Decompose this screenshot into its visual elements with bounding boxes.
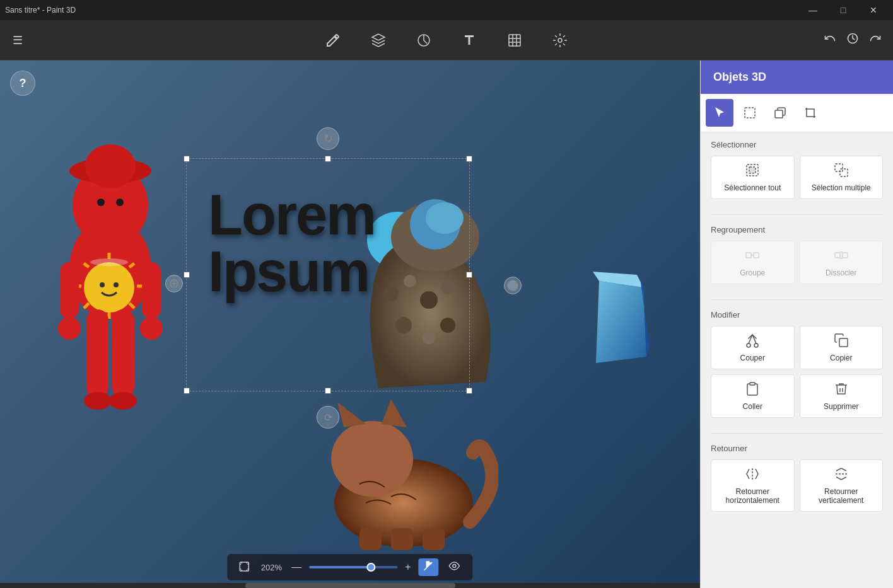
object-handle-left[interactable]: [165, 275, 183, 292]
copy-stamp-button[interactable]: [766, 99, 794, 127]
zoom-slider[interactable]: [309, 566, 397, 568]
help-button[interactable]: ?: [10, 71, 35, 96]
flip-h-button[interactable]: Retourner horizontalement: [711, 459, 795, 512]
undo-button[interactable]: [820, 28, 840, 52]
flip-v-button[interactable]: Retourner verticalement: [800, 459, 884, 512]
paste-button[interactable]: Coller: [711, 374, 795, 418]
main-toolbar: ☰: [0, 20, 893, 61]
minimize-button[interactable]: —: [798, 0, 827, 20]
canvas-button[interactable]: [502, 28, 527, 53]
scrollbar-thumb[interactable]: [245, 583, 455, 588]
svg-point-26: [84, 392, 112, 410]
svg-point-2: [558, 38, 562, 42]
svg-point-40: [395, 317, 412, 333]
svg-rect-56: [775, 110, 783, 118]
flip-h-icon: [745, 466, 760, 485]
fit-canvas-button[interactable]: [235, 560, 254, 575]
select-box-tool-button[interactable]: [736, 99, 764, 127]
svg-point-43: [410, 199, 460, 250]
delete-button[interactable]: Supprimer: [800, 374, 884, 418]
svg-rect-67: [839, 338, 848, 347]
selection-handle-bc[interactable]: [325, 388, 331, 394]
select-all-button[interactable]: Sélectionner tout: [711, 156, 795, 199]
stickers-button[interactable]: [411, 28, 436, 53]
zoom-value: 202%: [259, 563, 284, 572]
svg-rect-24: [86, 309, 108, 398]
svg-rect-63: [835, 253, 840, 258]
selection-handle-mr[interactable]: [466, 272, 472, 278]
selection-handle-tc[interactable]: [325, 156, 331, 162]
menu-button[interactable]: ☰: [8, 28, 28, 52]
divider-1: [711, 214, 883, 215]
svg-point-28: [97, 199, 105, 206]
toolbar-right: [820, 28, 885, 52]
selection-handle-tr[interactable]: [466, 156, 472, 162]
svg-rect-64: [843, 253, 848, 258]
svg-point-44: [426, 202, 464, 234]
rotate-handle[interactable]: ↻: [317, 127, 339, 150]
multi-select-button[interactable]: Sélection multiple: [800, 156, 884, 199]
svg-marker-49: [382, 399, 407, 427]
zoom-minus-button[interactable]: —: [289, 560, 304, 574]
3d-shapes-button[interactable]: [366, 28, 391, 53]
selection-handle-ml[interactable]: [184, 272, 190, 278]
svg-point-30: [90, 258, 128, 266]
svg-rect-53: [240, 562, 248, 571]
svg-point-31: [170, 280, 178, 287]
selection-handle-bl[interactable]: [184, 388, 190, 394]
maximize-button[interactable]: □: [829, 0, 858, 20]
redo-button[interactable]: [865, 28, 885, 52]
svg-point-65: [747, 343, 750, 347]
svg-point-29: [116, 199, 124, 206]
canvas-area[interactable]: ?: [0, 61, 700, 588]
copy-button[interactable]: Copier: [800, 326, 884, 369]
selection-handle-br[interactable]: [466, 388, 472, 394]
selection-section: Sélectionner Sélectionner tout: [701, 132, 893, 212]
blob-creature: [341, 199, 517, 388]
select-all-icon: [745, 163, 760, 181]
modifier-row2: Coller Supprimer: [711, 374, 883, 418]
zoom-slider-thumb[interactable]: [366, 563, 375, 572]
multi-select-label: Sélection multiple: [812, 183, 871, 192]
pan-handle[interactable]: ⟳: [317, 406, 339, 429]
effects-button[interactable]: [547, 28, 573, 53]
close-button[interactable]: ✕: [859, 0, 888, 20]
select-tool-button[interactable]: [706, 99, 733, 127]
modifier-section: Modifier Couper: [701, 303, 893, 430]
canvas-scrollbar[interactable]: [0, 583, 700, 588]
svg-rect-20: [60, 262, 79, 319]
svg-line-13: [129, 303, 134, 308]
crop-tool-button[interactable]: [797, 99, 824, 127]
svg-point-18: [100, 282, 105, 287]
object-handle-blob[interactable]: [504, 277, 522, 294]
delete-icon: [834, 381, 849, 400]
selection-handle-tl[interactable]: [184, 156, 190, 162]
titlebar: Sans titre* - Paint 3D — □ ✕: [0, 0, 893, 20]
zoom-eye-button[interactable]: [444, 558, 465, 577]
selection-buttons-row: Sélectionner tout Sélection multiple: [711, 156, 883, 199]
brush-tool-button[interactable]: [320, 28, 346, 53]
svg-point-38: [420, 291, 438, 309]
svg-point-46: [334, 459, 473, 547]
ungroup-button[interactable]: Dissocier: [800, 241, 884, 284]
flip-v-icon: [834, 466, 849, 485]
right-panel: Objets 3D: [700, 61, 893, 588]
ungroup-label: Dissocier: [826, 268, 856, 277]
window-controls: — □ ✕: [798, 0, 888, 20]
zoom-plus-button[interactable]: +: [402, 560, 413, 574]
group-label: Groupe: [740, 268, 765, 277]
history-button[interactable]: [843, 28, 863, 52]
zoom-edit-button[interactable]: [419, 558, 439, 576]
3d-character: [38, 124, 183, 533]
grouping-section: Regroupement Groupe: [701, 217, 893, 297]
divider-3: [711, 433, 883, 434]
paste-label: Coller: [743, 402, 762, 411]
svg-rect-52: [423, 528, 445, 550]
svg-point-66: [754, 343, 758, 347]
multi-select-icon: [834, 163, 849, 181]
cut-icon: [745, 333, 760, 351]
text-button[interactable]: [457, 28, 482, 53]
flip-h-label: Retourner horizontalement: [714, 487, 791, 505]
cut-button[interactable]: Couper: [711, 326, 795, 369]
group-button[interactable]: Groupe: [711, 241, 795, 284]
